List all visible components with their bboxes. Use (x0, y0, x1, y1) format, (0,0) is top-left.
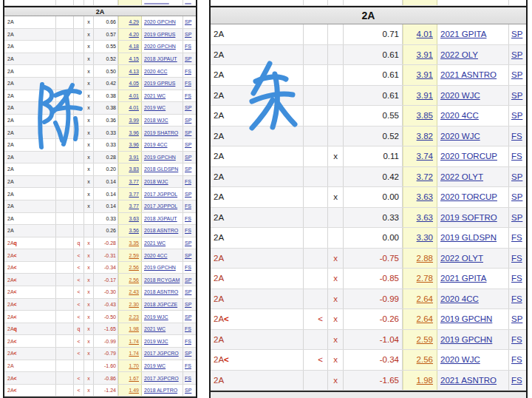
score-link[interactable]: 1.49 (129, 388, 139, 393)
event-link[interactable]: 2018 ALPTRO (144, 388, 177, 393)
event-link[interactable]: 2019 SHATRO (144, 130, 178, 135)
segment-link[interactable]: FS (185, 44, 191, 49)
event-link[interactable]: 2019 SOFTRO (440, 213, 497, 222)
segment-link[interactable]: FS (185, 339, 191, 344)
score-link[interactable]: 3.63 (129, 216, 139, 221)
segment-link[interactable]: SP (185, 118, 191, 123)
event-link[interactable]: 2019 GPRUS (144, 32, 175, 37)
event-link[interactable]: 2019 GPCHN (440, 314, 492, 323)
score-link[interactable]: 3.83 (129, 166, 139, 172)
score-link[interactable]: 3.63 (417, 213, 433, 222)
event-link[interactable]: 2022 OLYT (440, 254, 483, 263)
segment-link[interactable]: SP (185, 240, 191, 246)
score-link[interactable]: 4.01 (129, 105, 139, 110)
score-link[interactable]: 3.91 (417, 50, 433, 59)
segment-link[interactable]: FS (511, 376, 522, 385)
segment-link[interactable]: FS (185, 81, 191, 86)
segment-link[interactable]: SP (511, 91, 522, 100)
segment-link[interactable]: FS (511, 335, 522, 344)
score-link[interactable]: 3.85 (417, 111, 433, 120)
event-link[interactable]: 2020 4CC (440, 111, 479, 120)
score-link[interactable]: 3.72 (417, 172, 433, 181)
score-link[interactable]: 1.74 (129, 339, 139, 344)
event-link[interactable]: 2020 GPCHN (144, 19, 176, 24)
score-link[interactable]: 2.64 (417, 314, 433, 323)
segment-link[interactable]: SP (185, 32, 191, 37)
segment-link[interactable]: FS (185, 376, 191, 381)
event-link[interactable]: 2022 OLYT (440, 172, 483, 181)
score-link[interactable]: 3.77 (129, 203, 139, 209)
score-link[interactable]: 3.82 (417, 132, 433, 141)
segment-link[interactable]: SP (185, 19, 191, 24)
score-link[interactable]: 1.98 (417, 376, 433, 385)
event-link[interactable]: 2018 JGPAUT (144, 216, 177, 221)
event-link[interactable]: 2020 GPCHN (144, 44, 176, 49)
segment-link[interactable]: SP (185, 130, 191, 135)
segment-link[interactable]: SP (185, 192, 191, 197)
event-link[interactable]: 2018 ASNTRO (144, 289, 178, 294)
score-link[interactable]: 2.56 (129, 277, 139, 283)
event-link[interactable]: 2021 WC (144, 326, 166, 331)
event-link[interactable]: 2017 JGPCRO (144, 351, 179, 356)
score-link[interactable]: 3.96 (129, 142, 139, 147)
score-link[interactable]: 2.23 (129, 314, 139, 320)
event-link[interactable]: 2020 4CC (144, 69, 168, 74)
segment-link[interactable]: SP (185, 166, 191, 172)
score-link[interactable]: 4.15 (129, 56, 139, 61)
score-link[interactable]: 3.77 (129, 179, 139, 184)
segment-link[interactable]: FS (185, 326, 191, 331)
score-link[interactable]: 4.29 (129, 19, 139, 24)
segment-link[interactable]: SP (185, 302, 191, 307)
score-link[interactable]: 2.59 (417, 335, 433, 344)
segment-link[interactable]: SP (511, 314, 522, 323)
segment-link[interactable]: SP (185, 388, 191, 393)
segment-link[interactable]: SP (511, 192, 522, 201)
segment-link[interactable]: SP (185, 56, 191, 61)
score-link[interactable]: 2.64 (417, 294, 433, 303)
segment-link[interactable]: SP (185, 351, 191, 356)
score-link[interactable]: 4.05 (129, 81, 139, 86)
segment-link[interactable]: SP (185, 277, 191, 283)
score-link[interactable]: 4.01 (129, 93, 139, 98)
event-link[interactable]: 2017 JGPPOL (144, 203, 177, 209)
score-link[interactable]: 4.13 (129, 69, 139, 74)
segment-link[interactable]: FS (185, 93, 191, 98)
event-link[interactable]: 2020 4CC (144, 253, 168, 258)
event-link[interactable]: 2018 JGPCZE (144, 302, 177, 307)
event-link[interactable]: 2020 WJC (440, 91, 480, 100)
event-link[interactable]: 2021 WC (144, 240, 166, 246)
score-link[interactable]: 3.74 (417, 152, 433, 161)
event-link[interactable]: 2018 GLDSPN (144, 166, 178, 172)
segment-link[interactable]: SP (185, 142, 191, 147)
segment-link[interactable]: SP (185, 253, 191, 258)
event-link[interactable]: 2018 RCYGAM (144, 277, 180, 283)
score-link[interactable]: 2.59 (129, 253, 139, 258)
segment-link[interactable]: FS (185, 363, 191, 368)
event-link[interactable]: 2020 WJC (440, 355, 480, 364)
segment-link[interactable]: SP (511, 172, 522, 181)
event-link[interactable]: 2021 ASNTRO (440, 376, 497, 385)
score-link[interactable]: 1.67 (129, 376, 139, 381)
score-link[interactable]: 4.01 (417, 30, 433, 38)
score-link[interactable]: 1.98 (129, 326, 139, 331)
segment-link[interactable]: FS (185, 216, 191, 221)
score-link[interactable]: 1.70 (129, 363, 139, 368)
event-link[interactable]: 2020 4CC (440, 294, 479, 303)
segment-link[interactable]: FS (185, 228, 191, 233)
segment-link[interactable]: SP (511, 70, 522, 79)
event-link[interactable]: 2019 GPCHN (440, 335, 492, 344)
event-link[interactable]: 2018 WJC (144, 179, 168, 184)
segment-link[interactable]: SP (185, 289, 191, 294)
score-link[interactable]: 2.30 (129, 302, 139, 307)
segment-link[interactable]: SP (185, 314, 191, 320)
segment-link[interactable]: FS (185, 69, 191, 74)
score-link[interactable]: 4.20 (129, 32, 139, 37)
segment-link[interactable]: FS (511, 132, 522, 141)
event-link[interactable]: 2020 TORCUP (440, 192, 497, 201)
event-link[interactable]: 2017 JGPPOL (144, 192, 177, 197)
score-link[interactable]: 3.56 (129, 228, 139, 233)
score-link[interactable]: 3.77 (129, 192, 139, 197)
event-link[interactable]: 2019 WJC (144, 314, 168, 320)
score-link[interactable]: 3.35 (129, 240, 139, 246)
event-link[interactable]: 2022 OLY (440, 50, 478, 59)
